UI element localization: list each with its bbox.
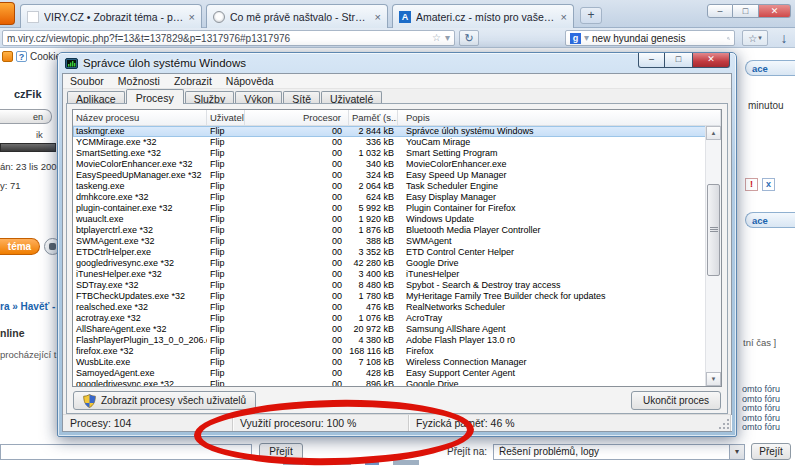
profile-button-fragment[interactable]: en: [0, 109, 52, 124]
pencil-icon: [49, 243, 56, 250]
table-row[interactable]: btplayerctrl.exe *32 Flip 00 1 876 kB Bl…: [73, 225, 721, 236]
scroll-up-icon[interactable]: ▲: [706, 126, 721, 140]
table-row[interactable]: AllShareAgent.exe *32 Flip 00 20 972 kB …: [73, 324, 721, 335]
process-description: Task Scheduler Engine: [398, 181, 721, 192]
column-header-name[interactable]: Název procesu: [73, 110, 207, 125]
search-input[interactable]: [592, 33, 724, 44]
show-all-users-button[interactable]: Zobrazit procesy všech uživatelů: [73, 391, 256, 410]
menu-item[interactable]: Soubor: [63, 74, 111, 88]
close-tab-icon[interactable]: ×: [375, 12, 381, 22]
blank-page-favicon-icon: [27, 11, 39, 23]
table-row[interactable]: SmartSetting.exe *32 Flip 00 1 032 kB Sm…: [73, 148, 721, 159]
process-user: Flip: [207, 137, 245, 148]
vertical-scrollbar[interactable]: ▲ ▼: [705, 126, 721, 386]
bookmarks-menu-button[interactable]: ☆ ▾: [742, 30, 768, 46]
minimize-button[interactable]: –: [638, 53, 665, 68]
close-button[interactable]: ✕: [759, 4, 791, 18]
process-memory: 2 064 kB: [349, 181, 398, 192]
end-process-button[interactable]: Ukončit proces: [631, 391, 721, 410]
table-row[interactable]: iTunesHelper.exe *32 Flip 00 3 400 kB iT…: [73, 269, 721, 280]
tab-title: VIRY.CZ • Zobrazit téma - prosím o k...: [44, 11, 184, 23]
status-cpu-usage: Využití procesoru: 100 %: [233, 415, 409, 431]
close-button[interactable]: ✕: [692, 53, 730, 68]
forum-select[interactable]: Řešení problémů, logy ▾: [493, 444, 745, 460]
window-title: Správce úloh systému Windows: [83, 57, 246, 69]
table-row[interactable]: dmhkcore.exe *32 Flip 00 624 kB Easy Dis…: [73, 192, 721, 203]
delete-icon[interactable]: x: [762, 178, 775, 191]
warning-icon[interactable]: !: [745, 178, 758, 191]
table-row[interactable]: FlashPlayerPlugin_13_0_0_206.exe *32 Fli…: [73, 335, 721, 346]
process-cpu: 00: [245, 302, 349, 313]
table-row[interactable]: EasySpeedUpManager.exe *32 Flip 00 324 k…: [73, 170, 721, 181]
minimize-button[interactable]: –: [707, 4, 733, 18]
process-user: Flip: [207, 291, 245, 302]
browser-tab-viry[interactable]: VIRY.CZ • Zobrazit téma - prosím o k... …: [20, 4, 202, 28]
quote-button-fragment[interactable]: ace: [745, 60, 795, 76]
goto-button[interactable]: Přejít: [751, 443, 791, 460]
page-jump-input[interactable]: [0, 444, 252, 460]
resize-grip[interactable]: [719, 419, 729, 429]
process-name: FlashPlayerPlugin_13_0_0_206.exe *32: [73, 335, 207, 346]
chevron-down-icon[interactable]: ▾: [445, 31, 450, 45]
table-row[interactable]: SamoyedAgent.exe Flip 00 428 kB Easy Sup…: [73, 368, 721, 379]
table-row[interactable]: plugin-container.exe *32 Flip 00 5 992 k…: [73, 203, 721, 214]
url-bar[interactable]: ☆ ▾: [2, 30, 455, 46]
browser-tab-nastvalo[interactable]: Co mě právě naštvalo - Strana 1442 - ...…: [206, 4, 388, 28]
table-row[interactable]: SDTray.exe *32 Flip 00 8 480 kB Spybot -…: [73, 280, 721, 291]
firefox-menu-button[interactable]: [0, 2, 15, 25]
process-cpu: 00: [245, 192, 349, 203]
table-row[interactable]: firefox.exe *32 Flip 00 168 116 kB Firef…: [73, 346, 721, 357]
magnifier-icon[interactable]: [727, 33, 730, 44]
menu-item[interactable]: Možnosti: [111, 74, 167, 88]
column-header-cpu[interactable]: Procesor: [245, 110, 349, 125]
reload-button[interactable]: ↻: [459, 30, 479, 46]
new-topic-button-fragment[interactable]: téma: [0, 238, 40, 255]
maximize-button[interactable]: □: [733, 4, 759, 18]
browser-tab-amateri[interactable]: A Amateri.cz - místo pro vaše amatérsk..…: [392, 4, 574, 28]
table-row[interactable]: googledrivesync.exe *32 Flip 00 42 280 k…: [73, 258, 721, 269]
goto-forum-row: Přejít na: Řešení problémů, logy ▾ Přejí…: [447, 443, 791, 460]
close-tab-icon[interactable]: ×: [561, 12, 567, 22]
process-memory: 3 400 kB: [349, 269, 398, 280]
url-input[interactable]: [7, 33, 428, 44]
column-header-user[interactable]: Uživatel...: [207, 110, 245, 125]
column-header-description[interactable]: Popis: [398, 110, 721, 125]
bookmark-star-icon[interactable]: ☆: [432, 31, 441, 45]
table-row[interactable]: SWMAgent.exe *32 Flip 00 388 kB SWMAgent: [73, 236, 721, 247]
table-row[interactable]: ETDCtrlHelper.exe Flip 00 3 352 kB ETD C…: [73, 247, 721, 258]
chevron-down-icon[interactable]: ▾: [729, 445, 744, 459]
quote-button-fragment[interactable]: ace: [745, 212, 795, 228]
task-manager-titlebar[interactable]: Správce úloh systému Windows: [58, 53, 736, 73]
task-manager-tab[interactable]: Procesy: [126, 89, 184, 104]
new-tab-button[interactable]: +: [580, 7, 602, 24]
table-row[interactable]: taskmgr.exe Flip 00 2 844 kB Správce úlo…: [73, 126, 721, 137]
clock-favicon-icon: [213, 11, 225, 23]
table-row[interactable]: googledrivesync.exe *32 Flip 00 896 kB G…: [73, 379, 721, 387]
process-name: EasySpeedUpManager.exe *32: [73, 170, 207, 181]
status-bar: Procesy: 104 Využití procesoru: 100 % Fy…: [63, 414, 731, 431]
scrollbar-thumb[interactable]: [707, 184, 720, 276]
table-row[interactable]: taskeng.exe Flip 00 2 064 kB Task Schedu…: [73, 181, 721, 192]
maximize-button[interactable]: □: [665, 53, 692, 68]
task-manager-icon: [65, 57, 78, 70]
close-tab-icon[interactable]: ×: [189, 12, 195, 22]
table-row[interactable]: wuauclt.exe Flip 00 1 920 kB Windows Upd…: [73, 214, 721, 225]
process-memory: 5 992 kB: [349, 203, 398, 214]
download-icon[interactable]: ↓: [774, 28, 794, 48]
page-jump-button[interactable]: Přejít: [259, 443, 303, 460]
menu-item[interactable]: Zobrazit: [167, 74, 219, 88]
table-row[interactable]: realsched.exe *32 Flip 00 476 kB RealNet…: [73, 302, 721, 313]
process-user: Flip: [207, 247, 245, 258]
menu-item[interactable]: Nápověda: [219, 74, 281, 88]
table-row[interactable]: YCMMirage.exe *32 Flip 00 336 kB YouCam …: [73, 137, 721, 148]
search-engine-caret-icon[interactable]: ▾: [584, 31, 589, 45]
browser-window-controls: – □ ✕: [707, 4, 791, 18]
scroll-down-icon[interactable]: ▼: [706, 372, 721, 386]
table-row[interactable]: FTBCheckUpdates.exe *32 Flip 00 1 780 kB…: [73, 291, 721, 302]
table-row[interactable]: MovieColorEnhancer.exe *32 Flip 00 340 k…: [73, 159, 721, 170]
search-box[interactable]: g ▾: [565, 30, 735, 46]
table-row[interactable]: acrotray.exe *32 Flip 00 1 076 kB AcroTr…: [73, 313, 721, 324]
table-row[interactable]: WusbLite.exe Flip 00 7 108 kB Wireless C…: [73, 357, 721, 368]
task-manager-client-area: SouborMožnostiZobrazitNápověda AplikaceP…: [62, 73, 732, 432]
column-header-memory[interactable]: Paměť (s...: [349, 110, 398, 125]
